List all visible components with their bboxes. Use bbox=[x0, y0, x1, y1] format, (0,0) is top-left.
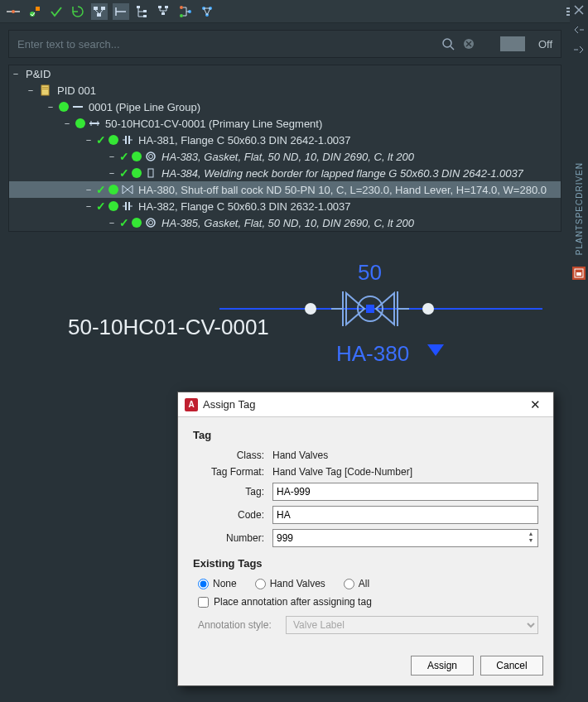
expand-icon[interactable] bbox=[11, 69, 21, 79]
tag-dropdown-icon[interactable] bbox=[427, 344, 444, 356]
existing-section-title: Existing Tags bbox=[193, 557, 538, 570]
search-toggle[interactable] bbox=[500, 36, 525, 51]
svg-line-31 bbox=[451, 46, 454, 50]
valve-symbol[interactable] bbox=[331, 286, 409, 331]
svg-rect-15 bbox=[165, 6, 168, 8]
svg-rect-56 bbox=[366, 305, 374, 313]
tree-ha384[interactable]: ✓ HA-384, Welding neck border for lapped… bbox=[9, 165, 561, 181]
tree-ha382[interactable]: ✓ HA-382, Flange C 50x60.3 DIN 2632-1.00… bbox=[9, 198, 561, 214]
tree-label: P&ID bbox=[26, 68, 51, 80]
tag-label: Tag: bbox=[193, 486, 264, 498]
cancel-button[interactable]: Cancel bbox=[480, 656, 543, 676]
radio-hand-label: Hand Valves bbox=[270, 578, 325, 589]
gasket-symbol-icon bbox=[145, 151, 157, 162]
expand-icon[interactable] bbox=[46, 102, 55, 112]
svg-rect-29 bbox=[576, 272, 581, 276]
class-value: Hand Valves bbox=[272, 450, 328, 461]
radio-hand-input[interactable] bbox=[255, 579, 266, 589]
valve-symbol-icon bbox=[122, 184, 133, 195]
tree-root-pid[interactable]: P&ID bbox=[9, 65, 561, 82]
tool-network-icon[interactable] bbox=[199, 3, 215, 20]
component-tag-label: HA-380 bbox=[336, 341, 409, 367]
svg-rect-35 bbox=[42, 89, 48, 89]
tool-tree1-icon[interactable] bbox=[134, 3, 151, 20]
tool-hierarchy-b-icon[interactable] bbox=[113, 3, 129, 20]
tag-section-title: Tag bbox=[193, 429, 538, 441]
check-icon: ✓ bbox=[119, 166, 129, 180]
number-input[interactable] bbox=[272, 529, 538, 547]
tree-label: HA-385, Gasket, Flat, 50 ND, 10, DIN 269… bbox=[161, 217, 414, 229]
close-icon[interactable]: ✕ bbox=[523, 396, 547, 414]
close-panel-icon[interactable] bbox=[572, 3, 586, 17]
tool-tree2-icon[interactable] bbox=[156, 3, 172, 20]
expand-icon[interactable] bbox=[107, 151, 117, 161]
place-annotation-checkbox[interactable] bbox=[198, 597, 209, 608]
svg-point-52 bbox=[149, 221, 153, 225]
svg-point-30 bbox=[443, 39, 451, 47]
status-dot-icon bbox=[108, 135, 118, 145]
weldneck-symbol-icon bbox=[145, 167, 157, 179]
radio-none[interactable]: None bbox=[198, 578, 237, 589]
expand-icon[interactable] bbox=[26, 85, 36, 95]
spin-down-icon[interactable]: ▼ bbox=[525, 537, 537, 544]
tool-branch-icon[interactable] bbox=[177, 3, 194, 20]
radio-all[interactable]: All bbox=[344, 578, 369, 589]
collapse-right-icon[interactable] bbox=[572, 43, 586, 56]
expand-icon[interactable] bbox=[84, 201, 94, 211]
tree-ha383[interactable]: ✓ HA-383, Gasket, Flat, 50 ND, 10, DIN 2… bbox=[9, 148, 561, 165]
tree-label: 0001 (Pipe Line Group) bbox=[89, 101, 200, 113]
assign-button[interactable]: Assign bbox=[411, 656, 474, 676]
tool-validate-icon[interactable] bbox=[27, 3, 43, 20]
expand-icon[interactable] bbox=[107, 168, 117, 178]
format-value: Hand Valve Tag [Code-Number] bbox=[272, 466, 412, 478]
tree-ha385[interactable]: ✓ HA-385, Gasket, Flat, 50 ND, 10, DIN 2… bbox=[9, 214, 561, 231]
code-input[interactable] bbox=[272, 506, 538, 524]
tree-ha380[interactable]: ✓ HA-380, Shut-off ball cock ND 50-PN 10… bbox=[9, 181, 561, 198]
tag-input[interactable] bbox=[272, 483, 538, 501]
drawing-canvas[interactable]: 50 50-10HC01-CV-0001 HA-380 bbox=[0, 243, 570, 376]
flange-symbol-icon bbox=[122, 134, 133, 146]
existing-tags-radios: None Hand Valves All bbox=[198, 578, 538, 589]
clear-search-icon[interactable] bbox=[462, 37, 475, 50]
right-icon-strip: PLANTSPECDRIVEN bbox=[570, 0, 588, 702]
radio-none-input[interactable] bbox=[198, 579, 209, 589]
radio-hand[interactable]: Hand Valves bbox=[255, 578, 325, 589]
search-icon[interactable] bbox=[441, 36, 455, 51]
vertical-panel-label: PLANTSPECDRIVEN bbox=[575, 162, 584, 255]
expand-icon[interactable] bbox=[62, 118, 72, 128]
segment-symbol-icon bbox=[89, 118, 100, 129]
tree-ha381[interactable]: ✓ HA-381, Flange C 50x60.3 DIN 2642-1.00… bbox=[9, 132, 561, 148]
search-input[interactable] bbox=[17, 38, 434, 50]
tree-doc-pid001[interactable]: PID 001 bbox=[9, 82, 561, 99]
gasket-symbol-icon bbox=[145, 217, 157, 228]
top-toolbar bbox=[0, 0, 588, 23]
svg-point-44 bbox=[147, 152, 155, 161]
tool-check-icon[interactable] bbox=[48, 3, 65, 20]
svg-rect-14 bbox=[158, 6, 161, 8]
flange-symbol-icon bbox=[122, 200, 133, 212]
status-dot-icon bbox=[132, 151, 142, 161]
tool-junction-icon[interactable] bbox=[5, 3, 22, 20]
spin-up-icon[interactable]: ▲ bbox=[525, 531, 537, 537]
search-toggle-label: Off bbox=[538, 38, 552, 50]
plantspec-icon[interactable] bbox=[572, 267, 586, 280]
tree-label: HA-380, Shut-off ball cock ND 50-PN 10, … bbox=[138, 184, 547, 196]
tree-primary-segment[interactable]: 50-10HC01-CV-0001 (Primary Line Segment) bbox=[9, 115, 561, 132]
assign-tag-dialog: A Assign Tag ✕ Tag Class: Hand Valves Ta… bbox=[177, 392, 554, 686]
collapse-left-icon[interactable] bbox=[572, 23, 586, 36]
svg-rect-33 bbox=[41, 85, 49, 95]
dialog-titlebar[interactable]: A Assign Tag ✕ bbox=[178, 392, 553, 417]
dialog-title: Assign Tag bbox=[203, 398, 523, 411]
expand-icon[interactable] bbox=[107, 218, 117, 228]
svg-point-45 bbox=[149, 155, 153, 159]
status-dot-icon bbox=[75, 118, 85, 128]
number-label: Number: bbox=[193, 532, 264, 544]
tool-hierarchy-a-icon[interactable] bbox=[91, 3, 108, 20]
expand-icon[interactable] bbox=[84, 185, 94, 195]
check-icon: ✓ bbox=[119, 150, 129, 163]
tool-refresh-icon[interactable] bbox=[70, 3, 86, 20]
radio-all-input[interactable] bbox=[344, 579, 354, 589]
expand-icon[interactable] bbox=[84, 135, 94, 145]
tree-pipe-group[interactable]: 0001 (Pipe Line Group) bbox=[9, 99, 561, 115]
svg-point-17 bbox=[180, 6, 183, 9]
